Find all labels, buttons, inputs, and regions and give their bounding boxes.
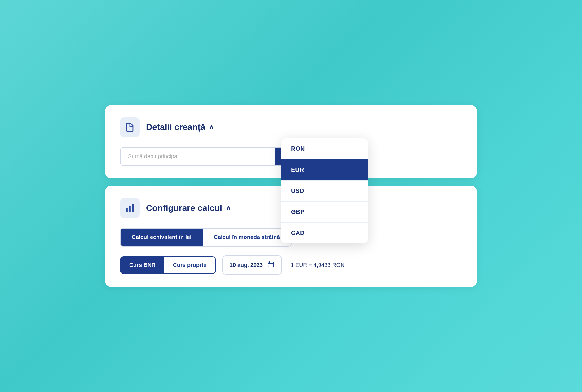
rate-row: Curs BNR Curs propriu 10 aug. 2023 1 EUR… — [120, 255, 462, 275]
dropdown-item-ron[interactable]: RON — [281, 138, 368, 159]
card1-title-text: Detalii creanță — [146, 122, 205, 132]
document-icon — [125, 122, 135, 133]
rate-btn-bnr[interactable]: Curs BNR — [121, 257, 164, 273]
card1-icon-wrapper — [120, 117, 140, 137]
card1-chevron[interactable]: ∧ — [209, 123, 214, 131]
currency-dropdown: RON EUR USD GBP CAD — [281, 138, 368, 243]
date-field[interactable]: 10 aug. 2023 — [222, 255, 282, 275]
tab-calcul-straina[interactable]: Calcul în moneda străină — [203, 229, 291, 246]
dropdown-item-usd[interactable]: USD — [281, 181, 368, 202]
date-text: 10 aug. 2023 — [230, 262, 263, 268]
chart-icon — [125, 203, 135, 213]
svg-rect-1 — [129, 206, 131, 212]
svg-rect-0 — [126, 208, 128, 212]
card2-title-text: Configurare calcul — [146, 203, 222, 213]
dropdown-item-gbp[interactable]: GBP — [281, 202, 368, 223]
card1-header: Detalii creanță ∧ — [120, 117, 462, 137]
rate-btn-propriu[interactable]: Curs propriu — [164, 257, 215, 273]
card2-title: Configurare calcul ∧ — [146, 203, 231, 213]
calc-tabs: Calcul echivalent în lei Calcul în moned… — [120, 228, 292, 247]
dropdown-item-eur[interactable]: EUR — [281, 159, 368, 181]
amount-input[interactable] — [121, 148, 275, 165]
main-container: Detalii creanță ∧ EUR ▼ RON EUR USD GBP … — [105, 105, 477, 287]
rate-info: 1 EUR = 4,9433 RON — [291, 262, 345, 268]
rate-toggle: Curs BNR Curs propriu — [120, 256, 216, 274]
calendar-icon — [267, 260, 275, 270]
card2-chevron[interactable]: ∧ — [226, 204, 231, 212]
card2-icon-wrapper — [120, 198, 140, 218]
tab-calcul-lei[interactable]: Calcul echivalent în lei — [121, 229, 203, 246]
svg-rect-2 — [132, 204, 134, 212]
svg-rect-3 — [268, 262, 274, 267]
card1-title: Detalii creanță ∧ — [146, 122, 214, 132]
dropdown-item-cad[interactable]: CAD — [281, 223, 368, 243]
